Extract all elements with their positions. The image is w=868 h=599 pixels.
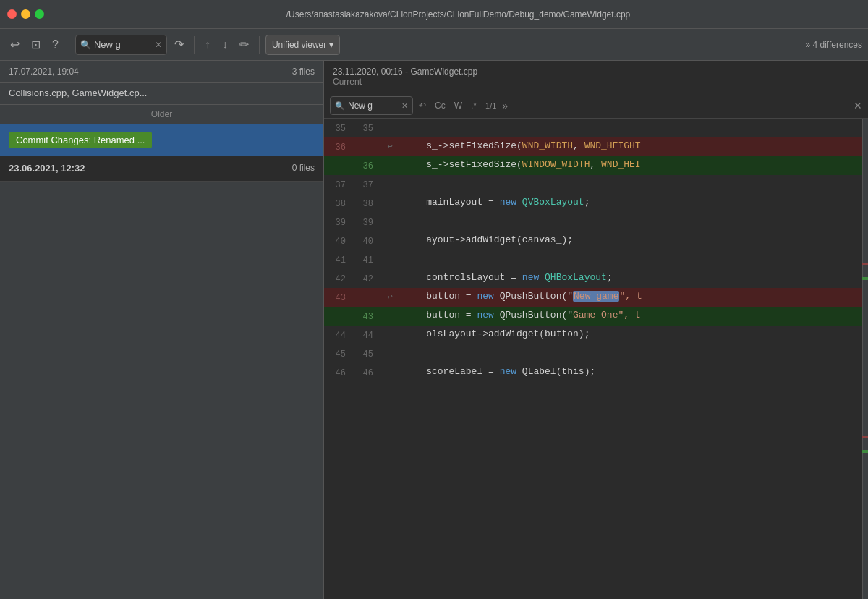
line-num-old: 44: [324, 326, 352, 344]
line-num-new: 36: [352, 156, 379, 175]
prev-diff-button[interactable]: ↑: [200, 35, 215, 54]
undo-button[interactable]: ↩: [6, 35, 24, 54]
line-num-new: 41: [352, 250, 379, 269]
main-layout: 17.07.2021, 19:04 3 files Collisions.cpp…: [0, 61, 868, 599]
line-numbers: 36: [324, 156, 382, 175]
search-clear-button[interactable]: ✕: [155, 40, 162, 50]
code-line: [398, 175, 862, 194]
revert-button: [382, 119, 398, 137]
revert-button[interactable]: ↩: [382, 137, 398, 156]
line-numbers: 44 44: [324, 326, 382, 344]
regex-button[interactable]: .*: [468, 99, 480, 112]
dropdown-arrow-icon: ▾: [329, 40, 333, 50]
close-window-button[interactable]: [7, 9, 17, 19]
differences-count: » 4 differences: [805, 40, 862, 50]
revert-button: [382, 250, 398, 269]
code-area: 35 35 36 ↩ s_->setFixedSize(WND_WIDTH, W…: [324, 119, 868, 599]
title-bar: /Users/anastasiakazakova/CLionProjects/C…: [0, 0, 868, 29]
whole-word-button[interactable]: W: [451, 99, 465, 112]
right-date: 23.11.2020, 00:16 - GameWidget.cpp: [333, 67, 859, 77]
commit-date: 17.07.2021, 19:04: [9, 67, 79, 77]
maximize-window-button[interactable]: [35, 9, 44, 19]
diff-line-40-40: 40 40 ayout->addWidget(canvas_);: [324, 231, 862, 250]
line-numbers: 46 46: [324, 363, 382, 382]
line-num-old: [324, 156, 352, 175]
line-numbers: 45 45: [324, 344, 382, 363]
scrollbar-marker-deleted-2: [862, 436, 868, 438]
scrollbar-marker-added-1: [862, 277, 868, 280]
revert-button: [382, 326, 398, 344]
search-count: 1/1: [485, 101, 496, 110]
code-line: s_->setFixedSize(WINDOW_WIDTH, WND_HEI: [398, 156, 862, 175]
revert-button: [382, 156, 398, 175]
code-line: [398, 213, 862, 231]
diff-line-38-38: 38 38 mainLayout = new QVBoxLayout;: [324, 194, 862, 213]
scrollbar-strip[interactable]: [862, 119, 868, 599]
line-numbers: 40 40: [324, 231, 382, 250]
more-icon: »: [805, 40, 810, 50]
commit-files-2: 0 files: [292, 163, 315, 174]
line-num-new: 45: [352, 344, 379, 363]
line-num-old: 46: [324, 363, 352, 382]
line-numbers: 42 42: [324, 269, 382, 288]
right-search-clear-button[interactable]: ✕: [401, 101, 408, 111]
redo-button[interactable]: ↷: [170, 35, 188, 54]
line-num-new: 37: [352, 175, 379, 194]
code-diff[interactable]: 35 35 36 ↩ s_->setFixedSize(WND_WIDTH, W…: [324, 119, 862, 599]
search-input[interactable]: [94, 39, 152, 50]
right-search-bar: 🔍 ✕ ↶ Cc W .* 1/1 » ✕: [324, 93, 868, 119]
right-search-input[interactable]: [348, 101, 399, 111]
next-diff-button[interactable]: ↓: [218, 35, 232, 54]
line-num-new: 42: [352, 269, 379, 288]
line-num-old: 36: [324, 137, 352, 156]
minimize-window-button[interactable]: [21, 9, 30, 19]
window-controls: [7, 9, 44, 19]
line-num-old: 35: [324, 119, 352, 137]
line-num-new: 38: [352, 194, 379, 213]
viewer-dropdown[interactable]: Unified viewer ▾: [265, 35, 340, 55]
right-search-box: 🔍 ✕: [330, 96, 413, 115]
commit-message-1: Commit Changes: Renamed ...: [9, 132, 152, 148]
search-more-button[interactable]: »: [499, 98, 511, 113]
search-match-highlight: New game: [573, 291, 619, 302]
right-header: 23.11.2020, 00:16 - GameWidget.cpp Curre…: [324, 61, 868, 93]
help-button[interactable]: ?: [48, 35, 63, 54]
commit-date-2: 23.06.2021, 12:32: [9, 163, 85, 174]
revert-button: [382, 307, 398, 326]
edit-button[interactable]: ✏: [235, 35, 253, 54]
revert-button[interactable]: ↩: [382, 288, 398, 307]
code-line: controlsLayout = new QHBoxLayout;: [398, 269, 862, 288]
commit-item-1[interactable]: Commit Changes: Renamed ...: [0, 124, 323, 156]
revert-button: [382, 344, 398, 363]
commit-item-2[interactable]: 23.06.2021, 12:32 0 files: [0, 156, 323, 182]
right-current: Current: [333, 77, 859, 87]
diff-line-37-37: 37 37: [324, 175, 862, 194]
diff-line-39-39: 39 39: [324, 213, 862, 231]
line-num-old: 40: [324, 231, 352, 250]
line-numbers: 41 41: [324, 250, 382, 269]
right-panel: 23.11.2020, 00:16 - GameWidget.cpp Curre…: [324, 61, 868, 599]
line-num-old: 41: [324, 250, 352, 269]
revert-button: [382, 194, 398, 213]
code-line: olsLayout->addWidget(button);: [398, 326, 862, 344]
commit-files: 3 files: [292, 67, 315, 77]
diff-line-46-46: 46 46 scoreLabel = new QLabel(this);: [324, 363, 862, 382]
toolbar-divider-3: [259, 36, 260, 54]
code-line: s_->setFixedSize(WND_WIDTH, WND_HEIGHT: [398, 137, 862, 156]
revert-button: [382, 231, 398, 250]
diff-line-35-35: 35 35: [324, 119, 862, 137]
case-sensitive-button[interactable]: Cc: [432, 99, 448, 112]
diff-line-42-42: 42 42 controlsLayout = new QHBoxLayout;: [324, 269, 862, 288]
code-line: scoreLabel = new QLabel(this);: [398, 363, 862, 382]
line-num-old: 39: [324, 213, 352, 231]
line-num-old: 43: [324, 288, 352, 307]
bookmark-button[interactable]: ⊡: [27, 35, 45, 54]
revert-button: [382, 363, 398, 382]
close-search-button[interactable]: ✕: [854, 100, 862, 111]
undo-search-button[interactable]: ↶: [416, 99, 429, 112]
diff-line-36-added: 36 s_->setFixedSize(WINDOW_WIDTH, WND_HE…: [324, 156, 862, 175]
line-num-new: 43: [352, 307, 379, 326]
toolbar-divider-2: [194, 36, 195, 54]
line-num-old: 45: [324, 344, 352, 363]
line-numbers: 43: [324, 288, 382, 307]
